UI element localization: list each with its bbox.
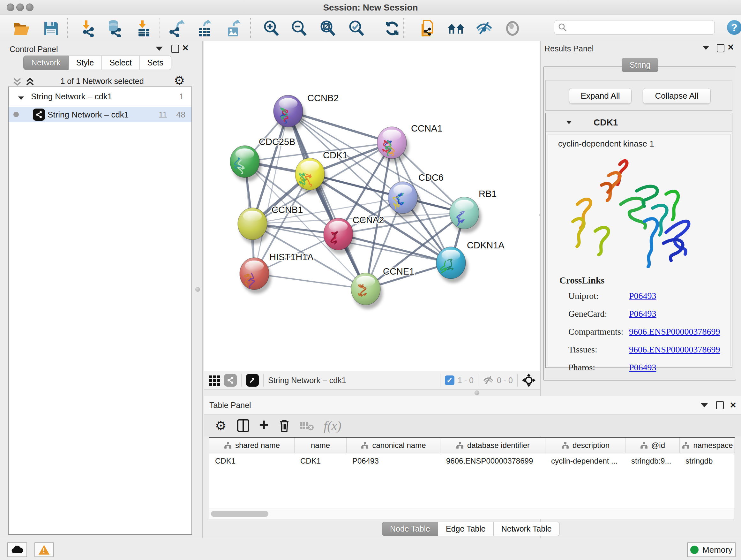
selected-checkbox-icon[interactable]: ✓ <box>445 375 455 385</box>
export-image-icon[interactable] <box>225 19 243 37</box>
fit-content-crosshair-icon[interactable] <box>522 374 536 387</box>
table-cell[interactable]: 9606.ENSP00000378699 <box>441 453 545 469</box>
export-network-icon[interactable] <box>169 19 186 37</box>
table-row[interactable]: CDK1CDK1P064939606.ENSP00000378699cyclin… <box>209 453 735 469</box>
network-edge-CCNB2-HIST1H1A[interactable] <box>254 111 288 273</box>
scrollbar-thumb[interactable] <box>211 511 268 517</box>
results-panel-float-icon[interactable] <box>717 44 724 52</box>
network-node-CDC25B[interactable] <box>230 145 262 182</box>
tab-string[interactable]: String <box>622 58 658 72</box>
table-horizontal-scrollbar[interactable] <box>209 509 735 519</box>
collapse-all-icon[interactable] <box>12 77 22 87</box>
crosslink-genecard-link[interactable]: P06493 <box>629 309 657 319</box>
crosslink-compartments-link[interactable]: 9606.ENSP00000378699 <box>629 327 720 337</box>
control-panel-close-icon[interactable]: ✕ <box>182 43 189 53</box>
expand-all-icon[interactable] <box>25 77 35 87</box>
show-columns-icon[interactable] <box>237 419 250 433</box>
table-cell[interactable]: P06493 <box>347 453 441 469</box>
network-row-selected[interactable]: String Network – cdk1 11 48 <box>9 107 192 122</box>
panel-divider-handle[interactable] <box>195 287 200 292</box>
tab-select[interactable]: Select <box>102 56 139 70</box>
table-cell[interactable]: stringdb <box>680 453 735 469</box>
table-cell[interactable]: stringdb:9... <box>625 453 680 469</box>
tree-expand-icon[interactable] <box>18 97 24 100</box>
network-node-count: 11 <box>158 110 167 120</box>
table-panel-float-icon[interactable] <box>716 401 724 409</box>
crosslink-tissues-link[interactable]: 9606.ENSP00000378699 <box>629 345 720 355</box>
tab-network[interactable]: Network <box>23 56 69 70</box>
panel-divider-handle[interactable] <box>475 390 479 395</box>
zoom-in-icon[interactable] <box>262 19 280 37</box>
tab-sets[interactable]: Sets <box>140 56 172 70</box>
column-header-name[interactable]: name <box>294 438 347 453</box>
network-node-CDKN1A[interactable] <box>436 247 468 283</box>
help-icon[interactable]: ? <box>727 20 741 35</box>
zoom-fit-icon[interactable] <box>319 19 337 37</box>
import-network-database-icon[interactable] <box>105 19 123 37</box>
crosslink-pharos-link[interactable]: P06493 <box>629 362 657 373</box>
control-panel-float-icon[interactable] <box>172 45 179 53</box>
export-table-icon[interactable] <box>196 19 214 37</box>
table-cell[interactable]: CDK1 <box>209 453 294 469</box>
zoom-selected-icon[interactable] <box>347 19 365 37</box>
table-cell[interactable]: cyclin-dependent ... <box>545 453 625 469</box>
show-all-icon[interactable] <box>503 19 522 37</box>
zoom-out-icon[interactable] <box>290 19 308 37</box>
memory-button[interactable]: Memory <box>687 543 736 557</box>
tab-edge-table[interactable]: Edge Table <box>438 522 494 536</box>
tab-network-table[interactable]: Network Table <box>494 522 560 536</box>
cdk1-collapse-icon[interactable] <box>566 121 572 124</box>
delete-table-icon[interactable] <box>299 420 314 431</box>
network-node-CDC6[interactable] <box>388 182 420 218</box>
cloud-button[interactable] <box>7 543 27 557</box>
column-header-database-identifier[interactable]: database identifier <box>441 438 545 453</box>
results-panel-menu-icon[interactable] <box>702 46 710 50</box>
network-node-HIST1H1A[interactable] <box>240 258 271 294</box>
table-cell[interactable]: CDK1 <box>294 453 347 469</box>
control-panel-menu-icon[interactable] <box>156 47 163 51</box>
save-session-icon[interactable] <box>42 19 60 37</box>
table-settings-gear-icon[interactable]: ⚙ <box>215 418 226 433</box>
network-node-CDK1[interactable] <box>295 158 327 194</box>
network-edge-CCNB2-CCNE1[interactable] <box>288 111 366 289</box>
results-panel-close-icon[interactable]: ✕ <box>727 43 734 52</box>
import-table-file-icon[interactable] <box>135 19 153 37</box>
crosslinks-heading: CrossLinks <box>559 275 730 286</box>
add-column-icon[interactable]: + <box>259 415 269 434</box>
clone-network-icon[interactable] <box>418 19 436 37</box>
first-neighbors-icon[interactable] <box>447 19 465 37</box>
crosslink-uniprot-link[interactable]: P06493 <box>629 291 657 301</box>
column-header-shared-name[interactable]: shared name <box>209 438 294 453</box>
delete-column-icon[interactable] <box>278 419 290 433</box>
network-collection-row[interactable]: String Network – cdk1 1 <box>9 91 192 106</box>
network-view-icon[interactable] <box>224 374 237 387</box>
grid-view-icon[interactable] <box>209 374 221 386</box>
network-options-gear-icon[interactable]: ⚙ <box>174 73 185 87</box>
column-header-description[interactable]: description <box>545 438 625 453</box>
search-field[interactable] <box>554 20 715 35</box>
column-header-@id[interactable]: @id <box>625 438 680 453</box>
warning-button[interactable]: ! <box>35 543 54 557</box>
refresh-icon[interactable] <box>383 19 401 37</box>
network-node-CCNA1[interactable] <box>377 127 409 163</box>
network-node-CCNA2[interactable] <box>324 218 355 254</box>
network-canvas[interactable]: CCNB2CCNA1CDC25BCDK1CDC6RB1CCNB1CCNA2CDK… <box>204 41 540 371</box>
expand-all-button[interactable]: Expand All <box>569 88 631 104</box>
import-network-file-icon[interactable] <box>78 19 96 37</box>
crosslink-label: Compartments: <box>568 327 623 336</box>
table-panel-close-icon[interactable]: ✕ <box>730 400 737 410</box>
hide-selected-icon[interactable] <box>475 19 493 37</box>
column-header-canonical-name[interactable]: canonical name <box>347 438 441 453</box>
table-panel-menu-icon[interactable] <box>701 403 708 408</box>
column-header-namespace[interactable]: namespace <box>680 438 735 453</box>
open-session-icon[interactable] <box>13 19 30 37</box>
network-node-RB1[interactable] <box>450 197 481 233</box>
search-input[interactable] <box>567 23 705 32</box>
birdseye-view-icon[interactable] <box>246 374 259 387</box>
network-node-CCNB2[interactable] <box>273 95 305 131</box>
function-builder-icon[interactable]: f(x) <box>324 418 341 433</box>
tab-style[interactable]: Style <box>69 56 102 70</box>
tab-node-table[interactable]: Node Table <box>382 522 438 536</box>
cdk1-section-header[interactable]: CDK1 <box>546 113 732 132</box>
collapse-all-button[interactable]: Collapse All <box>643 88 711 104</box>
